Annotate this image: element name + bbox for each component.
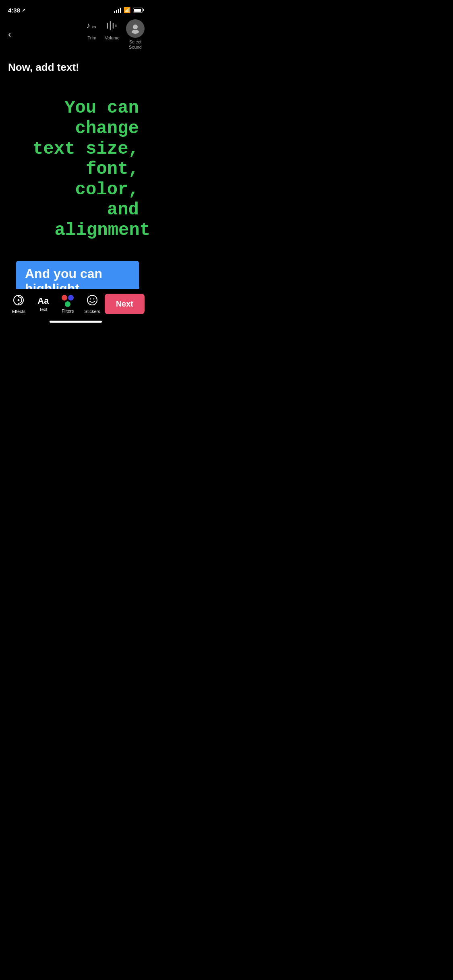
add-text-prompt: Now, add text! xyxy=(8,61,143,74)
volume-button[interactable]: Volume xyxy=(105,19,120,41)
home-bar xyxy=(50,321,102,323)
svg-point-15 xyxy=(90,298,91,299)
home-indicator xyxy=(0,317,151,327)
next-button[interactable]: Next xyxy=(105,294,145,314)
toolbar: ‹ ♪ ✂ Trim Volume xyxy=(0,18,151,53)
big-text: You can changetext size, font, color, an… xyxy=(8,98,143,240)
trim-button[interactable]: ♪ ✂ Trim xyxy=(85,19,98,41)
wifi-icon: 📶 xyxy=(124,7,130,13)
stickers-icon xyxy=(87,294,98,307)
trim-icon: ♪ ✂ xyxy=(85,19,98,34)
time-display: 4:38 xyxy=(8,7,20,14)
effects-button[interactable]: Effects xyxy=(6,294,31,314)
svg-point-7 xyxy=(133,25,138,29)
volume-icon xyxy=(106,19,119,34)
svg-point-16 xyxy=(93,298,95,299)
text-label: Text xyxy=(39,307,47,312)
svg-point-14 xyxy=(87,295,97,305)
select-sound-avatar xyxy=(126,19,145,38)
volume-label: Volume xyxy=(105,35,120,41)
svg-line-13 xyxy=(21,298,21,298)
effects-icon xyxy=(13,294,24,307)
stickers-label: Stickers xyxy=(85,309,100,314)
status-bar: 4:38 ↗ 📶 xyxy=(0,0,151,18)
trim-label: Trim xyxy=(88,35,97,41)
text-icon: Aa xyxy=(37,296,49,305)
status-icons: 📶 xyxy=(114,7,143,13)
svg-text:✂: ✂ xyxy=(92,24,97,30)
location-icon: ↗ xyxy=(22,8,25,13)
filters-button[interactable]: Filters xyxy=(56,295,80,313)
filters-label: Filters xyxy=(62,309,74,313)
stickers-button[interactable]: Stickers xyxy=(80,294,105,314)
signal-bar-1 xyxy=(114,11,115,13)
filters-icon xyxy=(62,295,74,307)
toolbar-actions: ♪ ✂ Trim Volume xyxy=(85,19,145,50)
signal-icon xyxy=(114,8,121,13)
main-content: Now, add text! You can changetext size, … xyxy=(0,53,151,301)
signal-bar-4 xyxy=(120,8,121,13)
bottom-toolbar: Effects Aa Text Filters xyxy=(0,289,151,327)
status-time: 4:38 ↗ xyxy=(8,7,25,14)
svg-text:♪: ♪ xyxy=(86,21,90,30)
select-sound-label: SelectSound xyxy=(129,39,142,50)
signal-bar-2 xyxy=(116,10,117,13)
text-button[interactable]: Aa Text xyxy=(31,296,56,312)
select-sound-button[interactable]: SelectSound xyxy=(126,19,145,50)
back-button[interactable]: ‹ xyxy=(6,28,12,41)
svg-point-12 xyxy=(18,299,20,301)
signal-bar-3 xyxy=(118,9,119,13)
battery-icon xyxy=(133,8,143,12)
effects-label: Effects xyxy=(12,309,25,314)
bottom-tools: Effects Aa Text Filters xyxy=(0,289,151,317)
svg-point-8 xyxy=(132,30,139,34)
